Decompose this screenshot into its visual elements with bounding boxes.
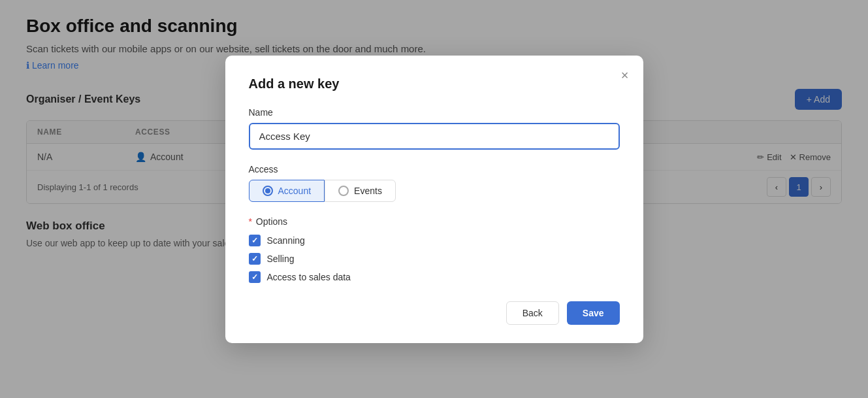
modal-close-button[interactable]: × — [621, 69, 629, 82]
back-button[interactable]: Back — [506, 301, 559, 325]
access-radio-group: Account Events — [249, 180, 620, 202]
required-star: * — [249, 216, 252, 227]
modal-overlay: Add a new key × Name Access Account Even… — [0, 0, 868, 398]
checkbox-sales-data-label: Access to sales data — [267, 272, 351, 282]
radio-account[interactable]: Account — [249, 180, 325, 202]
modal-title: Add a new key — [249, 76, 620, 91]
checkbox-scanning-label: Scanning — [267, 235, 305, 246]
options-label: * Options — [249, 216, 620, 227]
options-form-group: * Options Scanning Selling Access to sal… — [249, 216, 620, 283]
radio-events-circle — [338, 186, 349, 196]
checkbox-sales-data[interactable]: Access to sales data — [249, 271, 620, 283]
checkbox-selling[interactable]: Selling — [249, 253, 620, 265]
name-label: Name — [249, 107, 620, 118]
radio-events-label: Events — [354, 186, 382, 196]
radio-events[interactable]: Events — [325, 180, 396, 202]
checkbox-group: Scanning Selling Access to sales data — [249, 235, 620, 283]
name-form-group: Name — [249, 107, 620, 150]
name-input[interactable] — [249, 123, 620, 150]
save-button[interactable]: Save — [567, 301, 620, 325]
access-label: Access — [249, 164, 620, 174]
checkbox-selling-label: Selling — [267, 254, 295, 264]
add-key-modal: Add a new key × Name Access Account Even… — [225, 56, 643, 343]
checkbox-sales-data-box — [249, 271, 261, 283]
radio-account-circle — [263, 186, 273, 196]
page-background: Box office and scanning Scan tickets wit… — [0, 0, 868, 398]
modal-footer: Back Save — [249, 301, 620, 325]
access-form-group: Access Account Events — [249, 164, 620, 202]
checkbox-scanning-box — [249, 235, 261, 246]
checkbox-selling-box — [249, 253, 261, 265]
checkbox-scanning[interactable]: Scanning — [249, 235, 620, 246]
radio-account-label: Account — [278, 186, 312, 196]
